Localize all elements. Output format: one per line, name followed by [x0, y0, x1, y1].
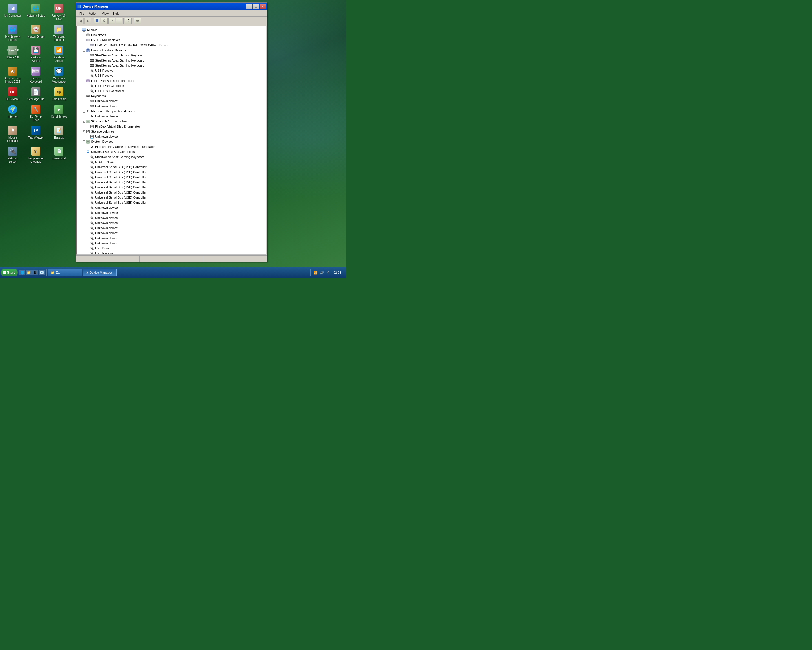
ql-folder[interactable]: 📁: [26, 270, 32, 275]
minimize-button[interactable]: _: [246, 4, 252, 9]
tree-hid-5[interactable]: 🔌 USB Receiver: [78, 73, 265, 78]
keyboards-expand[interactable]: -: [82, 95, 85, 97]
icon-norton-ghost[interactable]: 👻 Norton Ghost: [25, 23, 46, 43]
tree-hid-2[interactable]: ⌨ SteelSeries Apex Gaming Keyboard: [78, 58, 265, 63]
device-tree[interactable]: - MiniXP +: [76, 26, 266, 255]
tree-sysdev-1[interactable]: ⚙ Plug and Play Software Device Enumerat…: [78, 144, 265, 149]
icon-temp-folder[interactable]: 🗑 Temp Folder Cleanup: [25, 145, 46, 165]
tree-root[interactable]: - MiniXP: [78, 28, 265, 32]
icon-my-computer[interactable]: 🖥 My Computer: [2, 2, 23, 22]
tray-printer-icon[interactable]: 🖨: [325, 270, 330, 275]
tray-volume-icon[interactable]: 🔊: [319, 270, 324, 275]
tree-usb-1[interactable]: 🔌 SteelSeries Apex Gaming Keyboard: [78, 154, 265, 159]
close-button[interactable]: ✕: [259, 4, 266, 9]
tree-usb-9[interactable]: 🔌 Universal Serial Bus (USB) Controller: [78, 195, 265, 200]
icon-internet[interactable]: 🌍 Internet: [2, 103, 23, 123]
tree-scsi[interactable]: - SCSI and RAID controllers: [78, 119, 265, 124]
hid-expand[interactable]: -: [82, 49, 85, 52]
tree-usb-receiver[interactable]: 🔌 USB Receiver: [78, 251, 265, 255]
tree-usb-5[interactable]: 🔌 Universal Serial Bus (USB) Controller: [78, 174, 265, 180]
icon-set-page-file[interactable]: 📄 Set Page File: [25, 86, 46, 102]
tree-usb-unk-7[interactable]: 🔌 Unknown device: [78, 236, 265, 241]
tree-usb-7[interactable]: 🔌 Universal Serial Bus (USB) Controller: [78, 185, 265, 190]
tree-usb-2[interactable]: 🔌 STORE N GO: [78, 159, 265, 164]
storage-expand[interactable]: -: [82, 130, 85, 133]
tree-keyboards[interactable]: - ⌨ Keyboards: [78, 93, 265, 98]
icon-windows-explorer[interactable]: 📁 Windows Explorer: [49, 23, 69, 43]
tree-usb-unk-4[interactable]: 🔌 Unknown device: [78, 220, 265, 225]
icon-network-setup[interactable]: 🌐 Network Setup: [25, 2, 46, 22]
scsi-expand[interactable]: -: [82, 120, 85, 123]
root-expand[interactable]: -: [79, 29, 81, 31]
tree-hid-1[interactable]: ⌨ SteelSeries Apex Gaming Keyboard: [78, 53, 265, 58]
icon-set-temp[interactable]: 🔧 Set Temp Drive: [25, 103, 46, 123]
task-device-manager[interactable]: ⚙ Device Manager: [83, 269, 117, 276]
icon-teamviewer[interactable]: TV TeamViewer: [25, 124, 46, 144]
icon-acronis[interactable]: AI Acronis True Image 2014: [2, 65, 23, 85]
help-button[interactable]: ?: [125, 18, 132, 24]
tree-dvdcdrom[interactable]: - DVD/CD-ROM drives: [78, 38, 265, 43]
maximize-button[interactable]: □: [253, 4, 259, 9]
icon-resolution[interactable]: 1024x768 1024x768: [2, 44, 23, 64]
tree-kb-1[interactable]: ⌨ Unknown device: [78, 98, 265, 104]
mice-expand[interactable]: -: [82, 110, 85, 113]
sysdev-expand[interactable]: -: [82, 141, 85, 143]
tree-kb-2[interactable]: ⌨ Unknown device: [78, 104, 265, 109]
tree-storage[interactable]: - 💾 Storage volumes: [78, 129, 265, 134]
tree-ieee1394[interactable]: - IEEE 1394 Bus host controllers: [78, 78, 265, 83]
tree-usb-unk-8[interactable]: 🔌 Unknown device: [78, 241, 265, 246]
back-button[interactable]: ◀: [77, 18, 84, 24]
ieee-expand[interactable]: -: [82, 80, 85, 82]
tree-usb-drive[interactable]: 🔌 USB Drive: [78, 246, 265, 251]
icon-wireless[interactable]: 📶 Wireless Setup: [49, 44, 69, 64]
tree-disk-drives[interactable]: + Disk drives: [78, 32, 265, 38]
tree-usb-6[interactable]: 🔌 Universal Serial Bus (USB) Controller: [78, 180, 265, 185]
tree-usb-controllers[interactable]: - Universal Serial Bus Controllers: [78, 149, 265, 154]
tray-wireless-icon[interactable]: 📶: [313, 270, 318, 275]
forward-button[interactable]: ▶: [84, 18, 91, 24]
ql-mail[interactable]: 📧: [39, 270, 44, 275]
icon-coreinfo-zip[interactable]: zip Coreinfo.zip: [49, 86, 69, 102]
ql-desktop[interactable]: 🖥: [32, 270, 38, 275]
tree-usb-4[interactable]: 🔌 Universal Serial Bus (USB) Controller: [78, 170, 265, 174]
icon-messenger[interactable]: 💬 Windows Messenger: [49, 65, 69, 85]
icon-unikey[interactable]: UK Unikey 4.0 RC2: [49, 2, 69, 22]
tree-ieee-1[interactable]: 🔌 IEEE 1394 Controller: [78, 83, 265, 88]
icon-dlc-menu[interactable]: DL DLC Menu: [2, 86, 23, 102]
tree-usb-unk-2[interactable]: 🔌 Unknown device: [78, 210, 265, 215]
tree-hid-4[interactable]: 🔌 USB Receiver: [78, 68, 265, 73]
icon-my-network[interactable]: 🌐 My Network Places: [2, 23, 23, 43]
icon-network-driver[interactable]: 🔌 Network Driver: [2, 145, 23, 165]
tree-system-devices[interactable]: - System Devices: [78, 139, 265, 144]
expand-button[interactable]: ⊕: [134, 18, 141, 24]
usb-expand[interactable]: -: [82, 151, 85, 153]
menu-help[interactable]: Help: [111, 11, 122, 16]
tree-usb-10[interactable]: 🔌 Universal Serial Bus (USB) Controller: [78, 200, 265, 205]
disk-drives-expand[interactable]: +: [82, 34, 85, 37]
tree-ieee-2[interactable]: 🔌 IEEE 1394 Controller: [78, 88, 265, 93]
dvdcdrom-expand[interactable]: -: [82, 39, 85, 41]
icon-mouse-emulator[interactable]: 🖱 Mouse Emulator: [2, 124, 23, 144]
menu-action[interactable]: Action: [87, 11, 100, 16]
tree-mice[interactable]: - 🖱 Mice and other pointing devices: [78, 109, 265, 114]
icon-coreinfo-exe[interactable]: ▶ Coreinfo.exe: [49, 103, 69, 123]
tree-mouse-1[interactable]: 🖱 Unknown device: [78, 114, 265, 119]
tree-dvd-device[interactable]: HL-DT-ST DVDRAM GSA-H44L SCSI CdRom Devi…: [78, 43, 265, 48]
properties-button[interactable]: ⊞: [116, 18, 122, 24]
menu-file[interactable]: File: [77, 11, 87, 16]
icon-eula[interactable]: 📝 Eula.txt: [49, 124, 69, 144]
icon-partition[interactable]: 💾 Partition Wizard: [25, 44, 46, 64]
tree-usb-unk-3[interactable]: 🔌 Unknown device: [78, 215, 265, 220]
tree-usb-unk-1[interactable]: 🔌 Unknown device: [78, 205, 265, 210]
tree-storage-1[interactable]: 💾 Unknown device: [78, 134, 265, 139]
tree-usb-unk-5[interactable]: 🔌 Unknown device: [78, 225, 265, 231]
tree-hid-3[interactable]: ⌨ SteelSeries Apex Gaming Keyboard: [78, 63, 265, 68]
icon-screen-keyboard[interactable]: ⌨ Screen Keyboard: [25, 65, 46, 85]
ql-browser[interactable]: 🌐: [20, 270, 25, 275]
tree-usb-unk-6[interactable]: 🔌 Unknown device: [78, 231, 265, 236]
menu-view[interactable]: View: [99, 11, 111, 16]
tree-scsi-1[interactable]: 💾 FiraDisk Virtual Disk Enumerator: [78, 124, 265, 129]
console-root-button[interactable]: [94, 18, 101, 24]
start-button[interactable]: ⊞ Start: [1, 269, 18, 277]
tree-usb-3[interactable]: 🔌 Universal Serial Bus (USB) Controller: [78, 164, 265, 170]
